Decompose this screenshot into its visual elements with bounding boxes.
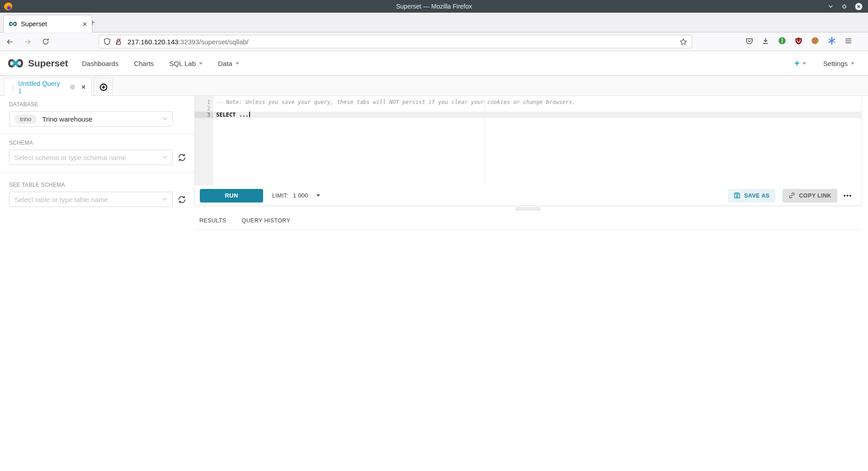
plus-icon: +	[794, 59, 800, 68]
tab-query-history[interactable]: QUERY HISTORY	[242, 217, 291, 224]
limit-dropdown[interactable]: LIMIT: 1 000	[272, 192, 320, 199]
more-menu-icon[interactable]: •••	[844, 192, 852, 199]
chevron-down-icon	[199, 62, 203, 65]
chevron-down-icon	[162, 198, 167, 201]
refresh-tables-icon[interactable]	[177, 195, 187, 204]
firefox-window: Superset — Mozilla Firefox Superset ✕ +	[0, 0, 868, 471]
nav-item-sql-lab[interactable]: SQL Lab	[161, 60, 210, 67]
extension-green-icon[interactable]	[778, 37, 786, 47]
url-bar[interactable]: 217.160.120.143:32393/superset/sqllab/	[99, 35, 692, 48]
forward-icon[interactable]	[24, 38, 32, 46]
query-tab-active[interactable]: ⋮ Untitled Query 1 ✕	[4, 78, 92, 96]
copy-link-button[interactable]: COPY LINK	[783, 189, 837, 203]
insecure-lock-icon[interactable]	[115, 38, 122, 45]
sql-toolbar: RUN LIMIT: 1 000 SAVE AS COPY LIN	[195, 185, 861, 206]
settings-menu[interactable]: Settings	[823, 60, 854, 67]
query-tab-close-icon[interactable]: ✕	[81, 84, 86, 90]
window-maximize-button[interactable]	[841, 4, 847, 9]
superset-favicon	[9, 21, 17, 27]
brand-name: Superset	[28, 58, 68, 69]
link-icon	[788, 192, 795, 199]
reload-icon[interactable]	[42, 38, 50, 46]
table-select[interactable]	[9, 192, 173, 207]
window-close-button[interactable]	[855, 3, 863, 10]
query-tab-bar: ⋮ Untitled Query 1 ✕	[0, 76, 868, 96]
tab-results[interactable]: RESULTS	[199, 217, 226, 224]
downloads-icon[interactable]	[762, 37, 769, 47]
pocket-icon[interactable]	[745, 37, 753, 47]
chevron-down-icon	[316, 194, 320, 197]
divider	[0, 172, 194, 173]
save-icon	[734, 192, 741, 199]
sql-editor-pane: 1 -- Note: Unless you save your query, t…	[194, 96, 862, 206]
nav-item-dashboards[interactable]: Dashboards	[74, 60, 126, 67]
editor-line: 2	[195, 105, 861, 112]
url-path: :32393/superset/sqllab/	[179, 38, 249, 46]
window-title: Superset — Mozilla Firefox	[0, 3, 868, 10]
database-select[interactable]: trino Trino warehouse	[9, 111, 173, 127]
limit-value: 1 000	[293, 192, 308, 199]
browser-tab-close-icon[interactable]: ✕	[82, 21, 87, 27]
chevron-down-icon	[851, 62, 854, 65]
circled-plus-icon	[99, 83, 108, 91]
superset-logo-icon	[7, 58, 24, 68]
browser-tab-superset[interactable]: Superset ✕	[4, 15, 92, 33]
shield-icon[interactable]	[104, 38, 111, 45]
browser-toolbar: 217.160.120.143:32393/superset/sqllab/	[0, 33, 868, 51]
chevron-down-icon	[802, 62, 806, 65]
superset-navbar: Superset Dashboards Charts SQL Lab Data …	[0, 51, 868, 76]
run-button[interactable]: RUN	[200, 189, 263, 203]
query-tab-title: Untitled Query 1	[18, 80, 66, 94]
table-input[interactable]	[14, 196, 162, 203]
results-pane: RESULTS QUERY HISTORY	[194, 211, 862, 230]
browser-tab-title: Superset	[21, 20, 47, 28]
bookmark-star-icon[interactable]	[679, 38, 687, 46]
divider	[194, 230, 862, 230]
database-value: Trino warehouse	[42, 115, 92, 123]
extension-ublock-icon[interactable]	[795, 37, 802, 47]
limit-label: LIMIT:	[272, 193, 288, 199]
database-label: DATABASE	[9, 101, 194, 108]
hamburger-menu-icon[interactable]	[844, 37, 852, 47]
sql-lab-sidebar: DATABASE trino Trino warehouse SCHEMA	[0, 96, 194, 471]
browser-tab-strip: Superset ✕ +	[0, 13, 868, 33]
table-schema-label: SEE TABLE SCHEMA	[9, 182, 194, 188]
schema-label: SCHEMA	[9, 140, 194, 146]
editor-line: 1 -- Note: Unless you save your query, t…	[195, 99, 861, 105]
add-query-tab-button[interactable]	[94, 78, 113, 96]
splitter-grip-icon	[515, 207, 541, 210]
nav-item-data[interactable]: Data	[210, 60, 247, 67]
sql-editor[interactable]: 1 -- Note: Unless you save your query, t…	[195, 96, 861, 185]
url-text[interactable]: 217.160.120.143:32393/superset/sqllab/	[127, 38, 249, 46]
chevron-down-icon	[162, 155, 167, 159]
database-type-pill: trino	[14, 114, 37, 124]
window-minimize-button[interactable]	[828, 4, 834, 9]
schema-select[interactable]	[9, 150, 173, 165]
window-titlebar: Superset — Mozilla Firefox	[0, 0, 868, 13]
chevron-down-icon	[236, 62, 239, 65]
nav-item-charts[interactable]: Charts	[126, 60, 161, 67]
query-status-dot	[70, 85, 75, 89]
url-host: 217.160.120.143	[127, 38, 179, 46]
back-icon[interactable]	[5, 38, 14, 46]
extension-asterisk-icon[interactable]	[828, 37, 836, 47]
pane-splitter[interactable]	[194, 206, 862, 211]
superset-brand[interactable]: Superset	[7, 58, 68, 69]
divider	[0, 134, 194, 134]
refresh-schemas-icon[interactable]	[177, 153, 187, 162]
save-as-button[interactable]: SAVE AS	[728, 189, 775, 203]
chevron-down-icon	[162, 117, 167, 121]
add-new-menu[interactable]: +	[794, 59, 806, 68]
extension-cookie-icon[interactable]	[811, 37, 819, 47]
text-cursor	[249, 112, 250, 117]
editor-line-active: 3 SELECT ...	[195, 112, 861, 118]
schema-input[interactable]	[14, 154, 162, 161]
drag-grip-icon: ⋮	[10, 85, 14, 90]
